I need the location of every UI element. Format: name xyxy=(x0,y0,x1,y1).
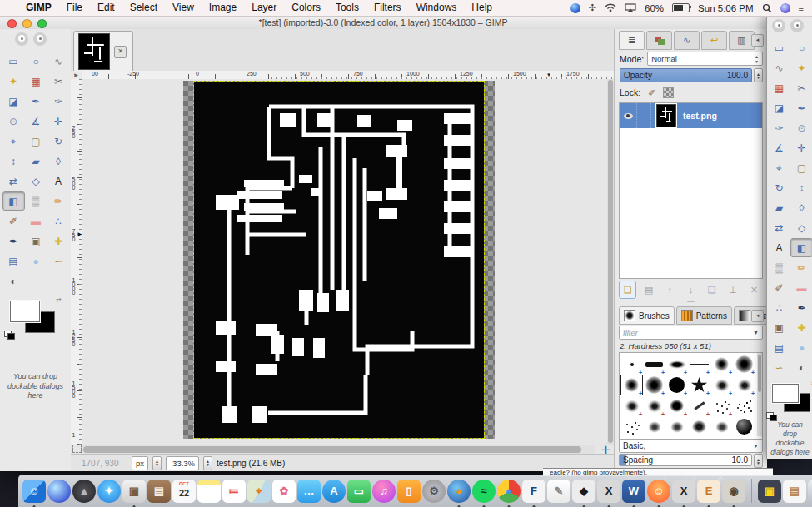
dock-fusion-360[interactable]: F xyxy=(522,480,545,503)
brush-line[interactable]: + xyxy=(688,354,710,375)
dock-textedit[interactable]: ✎ xyxy=(547,480,570,503)
vertical-ruler[interactable]: ▶2505007501000125015001 xyxy=(71,79,82,445)
brush-chalk[interactable] xyxy=(665,416,688,437)
brush-splat[interactable]: + xyxy=(643,395,665,416)
layer-row-selected[interactable]: test.png xyxy=(620,103,762,128)
brush-soft[interactable]: + xyxy=(710,354,733,375)
bucket-fill-tool-icon[interactable]: ◧ xyxy=(790,238,812,257)
brush-oval[interactable]: + xyxy=(665,354,688,375)
color-picker-tool-icon[interactable]: ✑ xyxy=(768,118,790,137)
dock-chrome[interactable]: ● xyxy=(497,480,521,503)
measure-tool-icon[interactable]: ∡ xyxy=(768,138,790,157)
clone-tool-icon[interactable]: ▣ xyxy=(768,318,790,337)
heal-tool-icon[interactable]: ✚ xyxy=(790,318,812,337)
brush-splat[interactable]: + xyxy=(733,375,755,395)
crop-tool-icon[interactable]: ▢ xyxy=(25,132,47,151)
dock-hola[interactable]: ☺ xyxy=(647,480,670,503)
spacing-spinner[interactable]: ▲▼ xyxy=(754,454,763,468)
eraser-tool-icon[interactable]: ▬ xyxy=(25,211,47,231)
dock-itunes[interactable]: ♫ xyxy=(372,480,396,503)
spotlight-icon[interactable] xyxy=(762,3,772,13)
brush-chalk[interactable] xyxy=(643,416,665,437)
move-tool-icon[interactable]: ✛ xyxy=(47,112,70,131)
notification-center-icon[interactable]: ≡ xyxy=(799,3,804,13)
mode-select[interactable]: Normal▲▼ xyxy=(647,52,763,66)
ellipse-select-tool-icon[interactable]: ○ xyxy=(25,52,47,71)
blend-tool-icon[interactable]: ▒ xyxy=(25,191,47,211)
menu-tools[interactable]: Tools xyxy=(328,0,366,16)
dock-splitter[interactable]: ┄┄ xyxy=(615,301,767,305)
foreground-color-swatch[interactable] xyxy=(10,301,40,322)
dock-recent-document[interactable]: ▤ xyxy=(783,480,806,503)
blur-sharpen-tool-icon[interactable]: ● xyxy=(790,338,812,357)
menu-windows[interactable]: Windows xyxy=(409,0,465,16)
vertical-scrollbar-thumb[interactable] xyxy=(608,80,613,443)
free-select-tool-icon[interactable]: ∿ xyxy=(768,58,790,77)
shear-tool-icon[interactable]: ▰ xyxy=(768,198,790,217)
rectangle-select-tool-icon[interactable]: ▭ xyxy=(2,52,25,71)
measure-tool-icon[interactable]: ∡ xyxy=(25,112,47,131)
menu-edit[interactable]: Edit xyxy=(90,0,122,16)
move-tool-icon[interactable]: ✛ xyxy=(790,138,812,157)
zoom-tool-icon[interactable]: ⊙ xyxy=(790,118,812,137)
zoom-select[interactable]: 33.3% xyxy=(166,456,199,470)
brush-dot[interactable]: + xyxy=(620,354,643,375)
brush-chalkdense[interactable] xyxy=(688,416,710,437)
menu-layer[interactable]: Layer xyxy=(244,0,284,16)
free-select-tool-icon[interactable]: ∿ xyxy=(47,52,70,71)
brush-soft-selected[interactable]: + xyxy=(620,375,643,395)
blend-tool-icon[interactable]: ▒ xyxy=(768,258,790,277)
paintbrush-tool-icon[interactable]: ✐ xyxy=(768,278,790,297)
flip-tool-icon[interactable]: ⇄ xyxy=(2,171,25,191)
zoom-window-button[interactable] xyxy=(37,19,47,28)
smudge-tool-icon[interactable]: ∽ xyxy=(47,251,70,271)
scale-tool-icon[interactable]: ↕ xyxy=(790,178,812,197)
dock-firefox[interactable]: ◕ xyxy=(447,480,471,503)
dock-maps[interactable]: ⌖ xyxy=(247,480,271,503)
spacing-slider[interactable]: Spacing 10.0 xyxy=(619,454,752,466)
airbrush-tool-icon[interactable]: ∴ xyxy=(47,211,70,231)
flip-tool-icon[interactable]: ⇄ xyxy=(768,218,790,237)
brush-sphere[interactable] xyxy=(733,416,755,437)
dock-trash[interactable]: ▯ xyxy=(808,480,812,503)
dock-app-store[interactable]: A xyxy=(322,480,346,503)
cage-transform-tool-icon[interactable]: ◇ xyxy=(790,218,812,237)
anchor-layer-button[interactable]: ⊥ xyxy=(724,281,741,299)
ink-tool-icon[interactable]: ✒ xyxy=(2,231,25,251)
dock-finder[interactable]: ☺ xyxy=(22,480,46,503)
wifi-icon[interactable] xyxy=(605,3,616,12)
zoom-tool-icon[interactable]: ⊙ xyxy=(2,112,25,131)
rotate-tool-icon[interactable]: ↻ xyxy=(768,178,790,197)
minimize-window-button[interactable] xyxy=(22,19,32,28)
lock-alpha-icon[interactable] xyxy=(663,87,674,98)
brush-chalk[interactable] xyxy=(710,416,733,437)
quickmask-toggle[interactable] xyxy=(72,445,82,453)
select-by-color-tool-icon[interactable]: ▦ xyxy=(25,72,47,91)
perspective-clone-tool-icon[interactable]: ▤ xyxy=(2,251,25,271)
menubar-clock[interactable]: Sun 5:06 PM xyxy=(698,3,753,13)
dock-safari[interactable]: ✦ xyxy=(97,480,121,503)
brush-slash[interactable]: + xyxy=(688,395,710,416)
lock-paint-icon[interactable]: ✐ xyxy=(648,87,655,97)
pencil-tool-icon[interactable]: ✏ xyxy=(790,258,812,277)
siri-icon[interactable] xyxy=(780,3,790,13)
tab-patterns[interactable]: Patterns xyxy=(676,306,732,325)
dock-gimp[interactable]: ◉ xyxy=(722,480,745,503)
foreground-select-tool-icon[interactable]: ◪ xyxy=(2,92,25,111)
vertical-scrollbar[interactable] xyxy=(607,79,614,445)
cage-transform-tool-icon[interactable]: ◇ xyxy=(25,171,47,191)
tab-undo-history[interactable]: ↩ xyxy=(701,31,727,50)
scale-tool-icon[interactable]: ↕ xyxy=(2,152,25,171)
brush-filter-input[interactable]: filter ▼ xyxy=(619,326,763,340)
menu-view[interactable]: View xyxy=(165,0,202,16)
dock-photos[interactable]: ✿ xyxy=(272,480,296,503)
lower-layer-button[interactable]: ↓ xyxy=(682,281,700,299)
shear-tool-icon[interactable]: ▰ xyxy=(25,152,47,171)
swap-colors-icon[interactable]: ⇄ xyxy=(56,296,62,304)
dock-facetime[interactable]: ▭ xyxy=(347,480,371,503)
brush-sparse[interactable]: + xyxy=(710,395,733,416)
dodge-burn-tool-icon[interactable]: ◐ xyxy=(2,271,25,291)
menu-help[interactable]: Help xyxy=(464,0,500,16)
color-picker-tool-icon[interactable]: ✑ xyxy=(47,92,70,111)
layers-menu-button[interactable]: ◂ xyxy=(751,34,764,47)
